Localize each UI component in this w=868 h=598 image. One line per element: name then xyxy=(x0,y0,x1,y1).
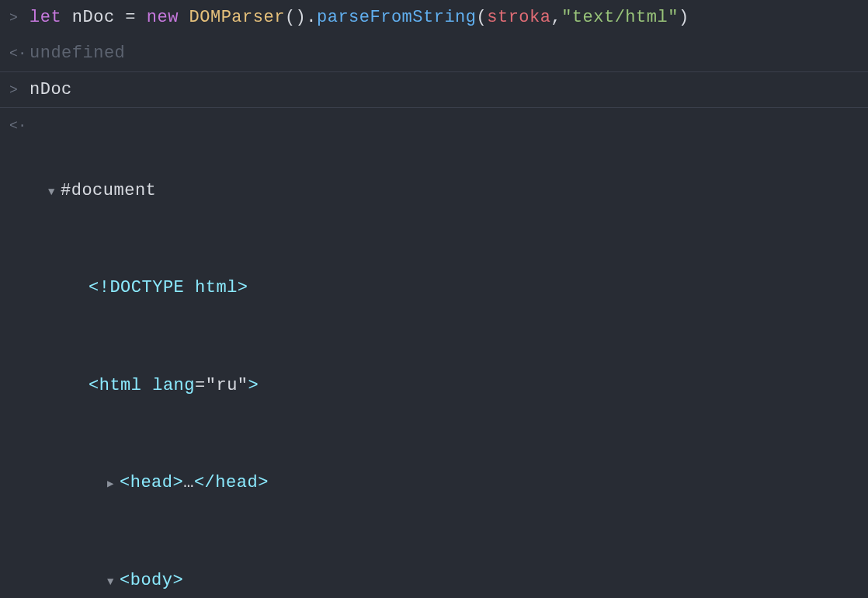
expand-toggle-icon[interactable] xyxy=(107,474,120,495)
console-result-row-1: <· undefined xyxy=(0,36,868,72)
tree-node-head[interactable]: <head>…</head> xyxy=(30,467,862,499)
console-code-line: let nDoc = new DOMParser().parseFromStri… xyxy=(30,2,862,34)
attr-lang: lang xyxy=(152,376,195,395)
body-open: <body> xyxy=(120,571,183,590)
console-input-row-2[interactable]: > nDoc xyxy=(0,72,868,109)
keyword-new: new xyxy=(147,8,179,27)
prompt-output-icon: <· xyxy=(9,110,30,139)
paren-close: ) xyxy=(679,8,689,27)
console-result-undefined: undefined xyxy=(30,37,862,70)
tree-node-body-open[interactable]: <body> xyxy=(30,565,862,597)
class-domparser: DOMParser xyxy=(189,8,285,27)
console-input-row-1[interactable]: > let nDoc = new DOMParser().parseFromSt… xyxy=(0,0,868,36)
dot: . xyxy=(306,8,317,27)
keyword-let: let xyxy=(30,8,61,27)
prompt-output-icon: <· xyxy=(9,37,30,67)
html-tag-open: <html xyxy=(89,376,152,395)
attr-val-ru: "ru" xyxy=(206,376,248,395)
tree-node-document[interactable]: #document xyxy=(30,175,862,207)
dom-tree: #document <!DOCTYPE html> <html lang="ru… xyxy=(30,110,862,598)
tree-node-doctype[interactable]: <!DOCTYPE html> xyxy=(30,272,862,304)
expand-toggle-icon[interactable] xyxy=(48,182,61,203)
head-open: <head> xyxy=(120,473,183,492)
tree-node-html-open[interactable]: <html lang="ru"> xyxy=(30,370,862,402)
comma: , xyxy=(550,8,561,27)
arg-stroka: stroka xyxy=(487,8,550,27)
head-close: </head> xyxy=(194,473,269,492)
attr-eq: = xyxy=(195,376,206,395)
parens: () xyxy=(285,8,306,27)
doctype-close: > xyxy=(238,278,248,297)
html-tag-open-end: > xyxy=(248,376,259,395)
operator-assign: = xyxy=(115,8,147,27)
doctype-open: <!DOCTYPE xyxy=(89,278,195,297)
ellipsis: … xyxy=(183,473,194,492)
undefined-text: undefined xyxy=(30,43,125,63)
prompt-input-icon: > xyxy=(9,2,30,31)
console-result-row-2: <· #document <!DOCTYPE html> <html lang=… xyxy=(0,108,868,598)
string-texthtml: "text/html" xyxy=(561,8,679,27)
identifier-ndoc-2: nDoc xyxy=(30,80,72,99)
prompt-input-icon: > xyxy=(9,74,30,103)
console-code-line-2: nDoc xyxy=(30,74,862,106)
expand-toggle-icon[interactable] xyxy=(107,572,120,593)
identifier-ndoc: nDoc xyxy=(72,8,115,27)
document-label: #document xyxy=(61,181,156,200)
doctype-name: html xyxy=(195,278,238,297)
paren-open: ( xyxy=(477,8,488,27)
method-parsefromstring: parseFromString xyxy=(317,8,477,27)
